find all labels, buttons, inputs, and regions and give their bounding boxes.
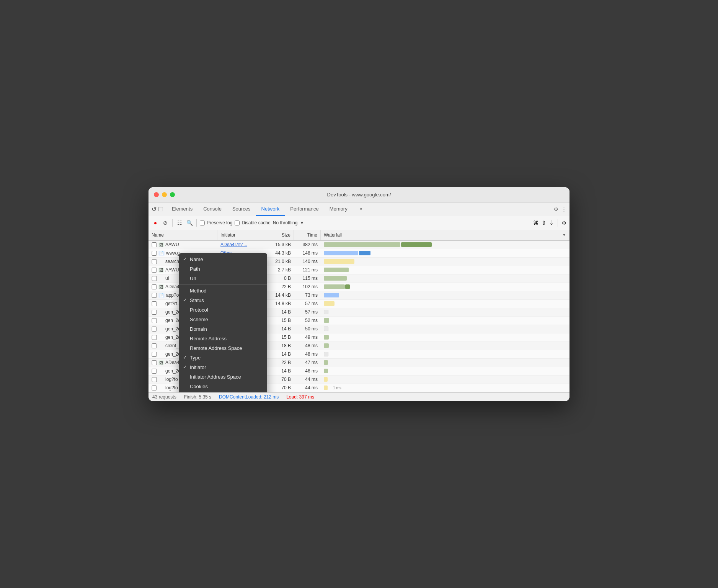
row-checkbox[interactable]: [152, 259, 157, 264]
status-load: Load: 397 ms: [286, 394, 314, 400]
row-checkbox[interactable]: [152, 251, 157, 256]
toolbar-right: ⌘ ⇧ ⇩ ⚙: [533, 219, 566, 227]
menu-item-initiator[interactable]: Initiator: [179, 363, 267, 372]
window-title: DevTools - www.google.com/: [327, 192, 391, 198]
cell-waterfall: [321, 249, 570, 257]
col-header-name[interactable]: Name: [148, 230, 217, 240]
row-checkbox[interactable]: [152, 301, 157, 306]
col-header-size[interactable]: Size: [267, 230, 294, 240]
record-button[interactable]: ●: [152, 219, 159, 227]
col-header-initiator[interactable]: Initiator: [217, 230, 267, 240]
row-checkbox[interactable]: [152, 377, 157, 382]
throttle-arrow[interactable]: ▼: [300, 220, 304, 225]
minimize-button[interactable]: [162, 192, 167, 197]
menu-item-url[interactable]: Url: [179, 274, 267, 283]
throttle-select[interactable]: No throttling: [273, 220, 298, 225]
menu-item-cookies[interactable]: Cookies: [179, 382, 267, 391]
toolbar-separator-1: [172, 219, 173, 227]
upload-icon[interactable]: ⇧: [542, 220, 546, 226]
download-icon[interactable]: ⇩: [549, 220, 554, 226]
cell-waterfall: [321, 300, 570, 308]
cell-waterfall: [321, 350, 570, 358]
network-table: Name Initiator Size Time Waterfall ▼ 🖼AA…: [148, 230, 570, 392]
waterfall-sort-chevron[interactable]: ▼: [562, 233, 566, 237]
cell-waterfall: [321, 333, 570, 341]
row-type-icon: 🖼: [158, 242, 164, 247]
tab-console[interactable]: Console: [198, 202, 227, 216]
waterfall-bar-primary: [324, 242, 400, 247]
row-checkbox[interactable]: [152, 352, 157, 357]
cursor-icon[interactable]: ↺: [152, 206, 157, 213]
row-checkbox[interactable]: [152, 293, 157, 298]
menu-item-protocol[interactable]: Protocol: [179, 305, 267, 315]
menu-item-domain[interactable]: Domain: [179, 324, 267, 334]
menu-item-type[interactable]: Type: [179, 353, 267, 363]
row-checkbox[interactable]: [152, 310, 157, 315]
tab-performance[interactable]: Performance: [285, 202, 324, 216]
more-options-icon[interactable]: ⋮: [561, 206, 566, 212]
context-menu-overlay: Name Path Url Method Status Protocol Sch…: [179, 253, 329, 392]
cell-waterfall: [321, 308, 570, 316]
tab-memory[interactable]: Memory: [324, 202, 353, 216]
row-checkbox[interactable]: [152, 276, 157, 281]
cell-time: 382 ms: [294, 241, 321, 249]
menu-item-initiator-address-space[interactable]: Initiator Address Space: [179, 372, 267, 382]
preserve-log-checkbox[interactable]: [200, 220, 205, 225]
menu-item-name[interactable]: Name: [179, 255, 267, 264]
waterfall-bar-secondary: [401, 242, 432, 247]
maximize-button[interactable]: [170, 192, 175, 197]
menu-item-remote-address[interactable]: Remote Address: [179, 334, 267, 343]
cell-waterfall: ⎯⎯1 ms: [321, 384, 570, 392]
tab-elements[interactable]: Elements: [166, 202, 198, 216]
preserve-log-label[interactable]: Preserve log: [200, 220, 232, 225]
row-checkbox[interactable]: [152, 343, 157, 348]
col-header-time[interactable]: Time: [294, 230, 321, 240]
row-checkbox[interactable]: [152, 318, 157, 323]
row-checkbox[interactable]: [152, 242, 157, 247]
network-settings-icon[interactable]: ⚙: [562, 220, 566, 226]
disable-cache-checkbox[interactable]: [235, 220, 240, 225]
cell-size: 15.3 kB: [267, 241, 294, 249]
waterfall-connector: ⎯⎯1 ms: [328, 386, 341, 390]
cell-waterfall: [321, 283, 570, 291]
row-checkbox[interactable]: [152, 360, 157, 365]
cell-waterfall: [321, 266, 570, 274]
row-checkbox[interactable]: [152, 335, 157, 340]
filter-icon[interactable]: ☷: [176, 219, 183, 227]
close-button[interactable]: [154, 192, 159, 197]
cell-waterfall: [321, 274, 570, 283]
search-icon[interactable]: 🔍: [186, 219, 193, 227]
row-checkbox[interactable]: [152, 268, 157, 273]
table-row[interactable]: 🖼AAWU ADea4I7lfZ... 15.3 kB 382 ms: [148, 241, 570, 249]
menu-item-remote-address-space[interactable]: Remote Address Space: [179, 343, 267, 353]
row-checkbox[interactable]: [152, 284, 157, 289]
status-requests: 43 requests: [152, 394, 176, 400]
cell-initiator: ADea4I7lfZ...: [217, 241, 267, 249]
col-header-waterfall[interactable]: Waterfall ▼: [321, 230, 570, 240]
cell-waterfall: [321, 317, 570, 325]
waterfall-bar-secondary: [345, 284, 350, 289]
tab-more-button[interactable]: »: [354, 202, 368, 216]
cell-waterfall: [321, 325, 570, 333]
clear-button[interactable]: ⊘: [162, 219, 169, 227]
wifi-icon[interactable]: ⌘: [533, 220, 538, 226]
row-checkbox[interactable]: [152, 385, 157, 390]
status-dom: DOMContentLoaded: 212 ms: [219, 394, 279, 400]
settings-icon[interactable]: ⚙: [554, 206, 558, 212]
tab-sources[interactable]: Sources: [227, 202, 256, 216]
row-type-icon: 📄: [158, 251, 165, 256]
menu-item-set-cookies[interactable]: Set Cookies: [179, 391, 267, 392]
row-checkbox[interactable]: [152, 327, 157, 332]
toolbar-separator-2: [196, 219, 197, 227]
inspect-icon[interactable]: ☐: [158, 206, 163, 213]
tabs-bar: ↺ ☐ Elements Console Sources Network Per…: [148, 203, 570, 216]
menu-item-scheme[interactable]: Scheme: [179, 315, 267, 324]
row-checkbox[interactable]: [152, 369, 157, 374]
menu-item-path[interactable]: Path: [179, 264, 267, 274]
tab-network[interactable]: Network: [256, 202, 285, 216]
row-type-icon: 📄: [158, 293, 165, 298]
menu-item-status[interactable]: Status: [179, 296, 267, 305]
menu-item-method[interactable]: Method: [179, 286, 267, 296]
disable-cache-label[interactable]: Disable cache: [235, 220, 270, 225]
cell-waterfall: [321, 258, 570, 266]
